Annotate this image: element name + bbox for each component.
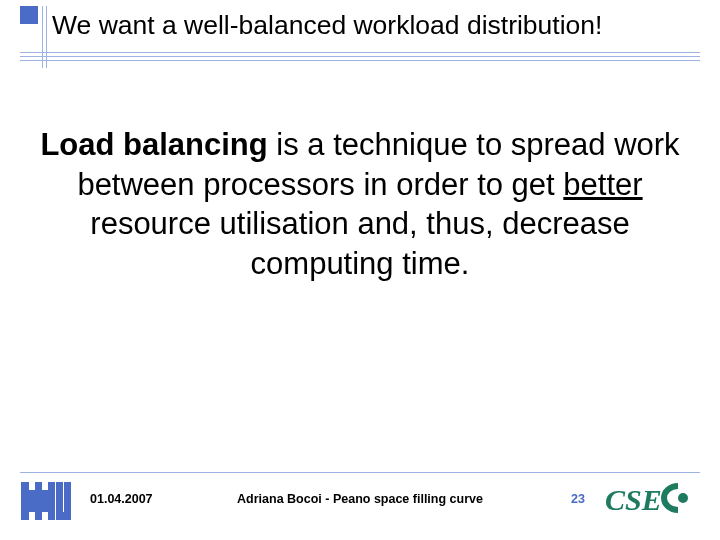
slide-title: We want a well-balanced workload distrib…: [52, 10, 602, 41]
footer: 01.04.2007 Adriana Bocoi - Peano space f…: [20, 470, 700, 530]
body-underlined: better: [563, 167, 642, 202]
title-rule-h2: [20, 56, 700, 57]
cse-logo-icon: CSE: [605, 476, 700, 521]
title-rule-v2: [46, 6, 47, 68]
body-paragraph: Load balancing is a technique to spread …: [40, 125, 680, 284]
title-rule-h3: [20, 60, 700, 61]
title-bar: We want a well-balanced workload distrib…: [20, 6, 700, 68]
title-rule-h1: [20, 52, 700, 53]
body-lead-bold: Load balancing: [40, 127, 267, 162]
footer-page-number: 23: [571, 492, 585, 506]
svg-point-4: [678, 493, 688, 503]
svg-text:CSE: CSE: [605, 483, 662, 516]
title-rule-v1: [42, 6, 43, 68]
footer-author: Adriana Bocoi - Peano space filling curv…: [20, 492, 700, 506]
footer-rule: [20, 472, 700, 473]
body-mid2: resource utilisation and, thus, decrease…: [90, 206, 629, 281]
slide: We want a well-balanced workload distrib…: [0, 0, 720, 540]
title-accent-box: [20, 6, 38, 24]
svg-rect-1: [56, 512, 71, 520]
